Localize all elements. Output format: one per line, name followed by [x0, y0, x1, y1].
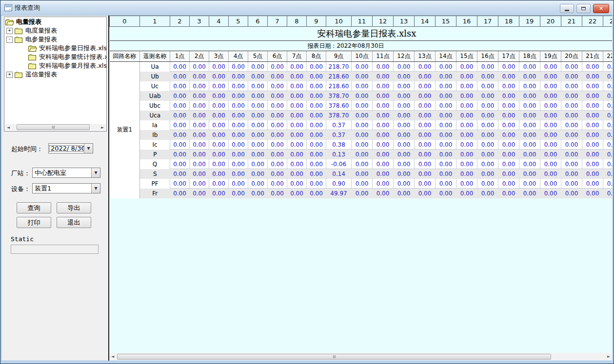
tree-scroll-thumb[interactable] — [17, 124, 90, 130]
value-cell: 0.00 — [519, 189, 540, 198]
close-button[interactable]: ✕ — [593, 4, 609, 13]
station-value[interactable]: 中心配电室 — [33, 169, 91, 177]
value-cell: 0.00 — [307, 62, 326, 72]
report-sheet: 01234567891011121314151617181920212223安科… — [109, 16, 612, 353]
tree-item-label[interactable]: 电度量报表 — [25, 26, 57, 35]
minimize-button[interactable] — [560, 4, 574, 13]
tree-item-label[interactable]: 电量报表 — [16, 18, 41, 26]
column-number[interactable]: 17 — [477, 16, 498, 27]
sheet-scroll-thumb[interactable] — [117, 354, 551, 360]
chevron-down-icon[interactable]: ▼ — [91, 168, 100, 177]
value-cell: 0.00 — [373, 101, 394, 111]
export-button[interactable]: 导出 — [57, 202, 91, 213]
column-number[interactable]: 20 — [540, 16, 561, 27]
column-number[interactable]: 6 — [248, 16, 268, 27]
tree-item-label[interactable]: 电参量报表 — [25, 35, 57, 44]
column-number[interactable]: 15 — [436, 16, 456, 27]
value-cell: 0.00 — [394, 150, 415, 159]
sheet-horizontal-scrollbar[interactable]: ◄ ► — [109, 353, 612, 360]
device-select[interactable]: 装置1 ▼ — [32, 183, 100, 193]
value-cell: 0.00 — [229, 140, 248, 150]
tree-item-4[interactable]: 安科瑞电参量统计报表.x — [4, 53, 106, 61]
window-title: 报表查询 — [15, 3, 40, 12]
value-cell: 0.00 — [287, 111, 307, 120]
column-number[interactable]: 18 — [498, 16, 519, 27]
value-cell: 0.00 — [415, 111, 436, 120]
value-cell: 0.00 — [352, 72, 373, 81]
column-number[interactable]: 4 — [209, 16, 229, 27]
collapse-icon[interactable]: - — [6, 37, 13, 43]
value-cell: 0.00 — [190, 169, 209, 179]
value-cell: 0.00 — [456, 169, 477, 179]
tree-item-0[interactable]: 电量报表 — [4, 18, 106, 26]
value-cell: 0.00 — [498, 91, 519, 101]
value-cell: 0.00 — [561, 150, 582, 159]
column-number[interactable]: 7 — [268, 16, 287, 27]
column-number[interactable]: 22 — [582, 16, 603, 27]
scroll-left-icon[interactable]: ◄ — [5, 124, 12, 131]
column-number[interactable]: 2 — [170, 16, 190, 27]
value-cell: 0.00 — [394, 189, 415, 198]
table-row: Ib0.000.000.000.000.000.000.000.000.370.… — [110, 130, 613, 140]
telemetry-name-cell: Ia — [140, 120, 170, 130]
value-cell: 0.00 — [519, 169, 540, 179]
scroll-right-icon[interactable]: ► — [99, 124, 106, 131]
tree-item-1[interactable]: +电度量报表 — [4, 26, 106, 35]
column-number[interactable]: 21 — [561, 16, 582, 27]
print-button[interactable]: 打印 — [17, 217, 51, 228]
tree-item-6[interactable]: +遥信量报表 — [4, 70, 106, 79]
exit-button[interactable]: 退出 — [57, 217, 91, 228]
start-time-value[interactable]: 2022/ 8/30 — [49, 145, 84, 152]
folder-closed-icon — [28, 54, 37, 60]
scroll-left-icon[interactable]: ◄ — [109, 353, 116, 360]
left-panel: 电量报表+电度量报表-电参量报表安科瑞电参量日报表.xls安科瑞电参量统计报表.… — [2, 16, 108, 361]
start-time-picker[interactable]: 2022/ 8/30 ▼ — [48, 143, 93, 153]
device-value[interactable]: 装置1 — [33, 184, 91, 193]
title-bar[interactable]: 报表查询 ✕ — [0, 0, 614, 16]
static-textbox[interactable] — [11, 245, 99, 254]
expand-icon[interactable]: + — [6, 28, 13, 34]
column-header: 15点 — [456, 51, 477, 62]
column-number[interactable]: 13 — [394, 16, 415, 27]
station-select[interactable]: 中心配电室 ▼ — [32, 168, 100, 178]
column-header: 16点 — [477, 51, 498, 62]
value-cell: 0.00 — [352, 101, 373, 111]
scroll-right-icon[interactable]: ► — [605, 353, 612, 360]
column-number[interactable]: 1 — [140, 16, 170, 27]
tree-item-3[interactable]: 安科瑞电参量日报表.xls — [4, 44, 106, 53]
column-number[interactable]: 5 — [229, 16, 248, 27]
maximize-button[interactable] — [576, 4, 591, 13]
tree-item-2[interactable]: -电参量报表 — [4, 35, 106, 44]
column-number[interactable]: 9 — [307, 16, 326, 27]
chevron-down-icon[interactable]: ▼ — [91, 184, 100, 193]
tree-item-5[interactable]: 安科瑞电参量月报表.xls — [4, 61, 106, 70]
expand-icon[interactable]: + — [6, 72, 13, 78]
value-cell: 0.00 — [248, 130, 268, 140]
tree-item-label[interactable]: 安科瑞电参量统计报表.x — [39, 53, 106, 61]
column-number[interactable]: 23 — [603, 16, 613, 27]
query-button[interactable]: 查询 — [17, 202, 51, 213]
value-cell: 0.00 — [436, 169, 456, 179]
value-cell: 0.00 — [436, 91, 456, 101]
column-number[interactable]: 14 — [415, 16, 436, 27]
value-cell: 0.00 — [268, 81, 287, 91]
column-number[interactable]: 19 — [519, 16, 540, 27]
column-number[interactable]: 11 — [352, 16, 373, 27]
tree-horizontal-scrollbar[interactable]: ◄ ► — [5, 124, 106, 131]
value-cell: 0.00 — [436, 130, 456, 140]
chevron-down-icon[interactable]: ▼ — [84, 144, 93, 153]
value-cell: 0.00 — [415, 120, 436, 130]
value-cell: 0.00 — [287, 91, 307, 101]
column-number[interactable]: 8 — [287, 16, 307, 27]
tree-item-label[interactable]: 遥信量报表 — [25, 70, 57, 79]
value-cell: 0.00 — [268, 159, 287, 169]
tree-item-label[interactable]: 安科瑞电参量日报表.xls — [39, 44, 106, 53]
value-cell: 0.14 — [326, 169, 352, 179]
column-number[interactable]: 16 — [456, 16, 477, 27]
value-cell: 0.00 — [268, 189, 287, 198]
column-number[interactable]: 3 — [190, 16, 209, 27]
column-number[interactable]: 12 — [373, 16, 394, 27]
tree-item-label[interactable]: 安科瑞电参量月报表.xls — [39, 61, 106, 70]
column-number[interactable]: 0 — [110, 16, 140, 27]
column-number[interactable]: 10 — [326, 16, 352, 27]
